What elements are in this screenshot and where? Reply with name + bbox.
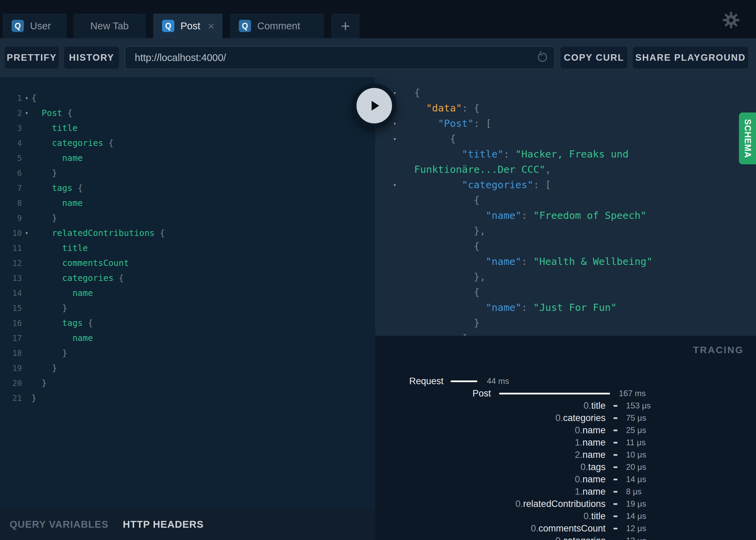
plus-icon: + [341,17,350,35]
response-line: }, [375,223,756,239]
toolbar: PRETTIFY HISTORY http://localhost:4000/ … [0,38,756,77]
tracing-rows: Request 44 ms Post 167 ms 0.title153 μs … [375,375,756,540]
response-line: ▾"categories": [ [375,177,756,193]
editor-line: 5name [0,151,375,166]
editor-line: 1▾{ [0,91,375,106]
tracing-field-row: 0.name25 μs [375,424,756,436]
editor-footer-bar: QUERY VARIABLES HTTP HEADERS [0,509,375,540]
tracing-field-row: 0.title153 μs [375,400,756,412]
trace-bar [613,466,617,468]
response-viewer: ▾{ ▾"data": { ▾"Post": [ ▾{ "title": "Ha… [375,77,756,336]
tab-label: User [30,20,51,32]
trace-bar [613,479,617,480]
fold-arrow-icon[interactable]: ▾ [22,91,31,106]
response-line: "name": "Health & Wellbeing" [375,254,756,269]
editor-line: 21} [0,391,375,406]
editor-line: 16tags { [0,316,375,331]
response-line: }, [375,269,756,285]
tracing-field-row: 0.title14 μs [375,510,756,522]
refresh-schema-icon[interactable] [535,51,549,64]
tracing-field-row: 0.tags20 μs [375,461,756,473]
tracing-panel: TRACING Request 44 ms Post 167 ms 0.titl… [375,336,756,540]
editor-line: 14name [0,286,375,301]
query-badge-icon: Q [162,20,174,32]
share-playground-button[interactable]: SHARE PLAYGROUND [633,47,748,69]
settings-gear-icon[interactable] [722,11,740,29]
editor-line: 18} [0,346,375,361]
fold-arrow-icon[interactable]: ▾ [375,177,414,193]
trace-bar [499,393,610,394]
trace-bar [613,503,617,505]
prettify-button[interactable]: PRETTIFY [5,47,59,69]
trace-bar [613,515,617,517]
query-badge-icon: Q [239,20,251,32]
editor-line: 7tags { [0,181,375,196]
editor-line: 12commentsCount [0,256,375,271]
editor-line: 2▾Post { [0,106,375,121]
editor-line: 17name [0,331,375,346]
editor-line: 10▾relatedContributions { [0,226,375,241]
tab-label: Post [180,20,200,32]
add-tab-button[interactable]: + [331,14,360,38]
query-variables-tab[interactable]: QUERY VARIABLES [10,519,108,530]
response-line: } [375,315,756,331]
execute-query-button[interactable] [352,84,396,128]
response-line: ▾{ [375,85,756,101]
tab-post[interactable]: Q Post × [153,14,222,38]
tab-label: Comment [257,20,300,32]
trace-bar [613,491,617,493]
tracing-field-row: 0.commentsCount12 μs [375,522,756,535]
editor-line: 9} [0,211,375,226]
editor-line: 8name [0,196,375,211]
editor-line: 3title [0,121,375,136]
tab-new-tab[interactable]: New Tab [73,14,146,38]
response-line: "name": "Just For Fun" [375,300,756,315]
response-line: { [375,285,756,300]
trace-bar [613,442,617,444]
editor-line: 4categories { [0,136,375,151]
http-headers-tab[interactable]: HTTP HEADERS [123,519,204,530]
trace-bar [613,405,617,407]
schema-side-tab[interactable]: SCHEMA [739,112,756,164]
tracing-field-row: 2.name10 μs [375,449,756,461]
tracing-post-row: Post 167 ms [375,387,756,400]
trace-bar [613,430,617,431]
editor-line: 11title [0,241,375,256]
tracing-panel-title: TRACING [693,345,744,356]
response-line: { [375,239,756,254]
response-line: ] [375,331,756,336]
endpoint-url-input[interactable]: http://localhost:4000/ [125,46,555,69]
fold-arrow-icon[interactable]: ▾ [375,131,414,147]
response-line: ▾"data": { [375,101,756,116]
tab-bar: Q User New Tab Q Post × Q Comment + [0,0,756,38]
editor-line: 20} [0,376,375,391]
tracing-request-row: Request 44 ms [375,375,756,387]
editor-line: 13categories { [0,271,375,286]
history-button[interactable]: HISTORY [64,47,119,69]
trace-bar [451,380,477,382]
trace-bar [613,417,617,419]
tracing-field-row: 1.name8 μs [375,485,756,498]
tracing-field-row: 0.categories75 μs [375,412,756,424]
tracing-field-row: 1.name11 μs [375,436,756,449]
tab-label: New Tab [90,20,129,32]
editor-line: 6} [0,166,375,181]
tab-user[interactable]: Q User [3,14,67,38]
schema-side-tab-label: SCHEMA [743,119,753,158]
copy-curl-button[interactable]: COPY CURL [561,47,627,69]
editor-line: 15} [0,301,375,316]
tracing-field-row: 0.relatedContributions19 μs [375,498,756,510]
query-badge-icon: Q [12,20,24,32]
response-line: "title": "Hacker, Freaks und [375,147,756,162]
fold-arrow-icon[interactable]: ▾ [22,226,31,241]
response-line: { [375,193,756,208]
fold-arrow-icon[interactable]: ▾ [22,106,31,121]
query-editor[interactable]: 1▾{ 2▾Post { 3title 4categories { 5name … [0,77,375,509]
trace-bar [613,454,617,456]
tab-comment[interactable]: Q Comment [230,14,324,38]
tracing-field-row: 0.name14 μs [375,473,756,485]
play-icon [366,98,382,114]
tracing-field-row: 0.categories13 μs [375,535,756,540]
endpoint-url-value: http://localhost:4000/ [135,52,226,63]
close-icon[interactable]: × [208,20,215,32]
